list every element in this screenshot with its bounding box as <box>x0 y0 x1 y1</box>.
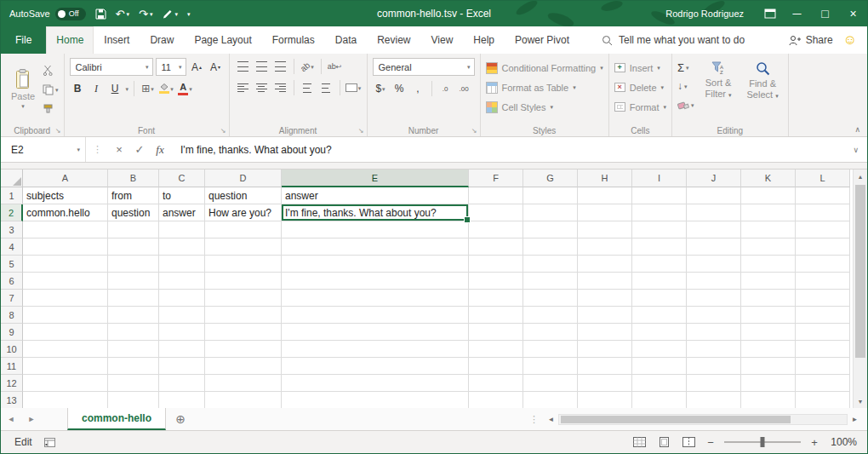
borders-button[interactable]: ⊞▾ <box>140 80 156 97</box>
cell-K7[interactable] <box>741 290 796 307</box>
cell-C6[interactable] <box>159 273 205 290</box>
number-dialog-launcher[interactable]: ↘ <box>471 127 477 135</box>
row-header-10[interactable]: 10 <box>1 341 23 358</box>
cell-F8[interactable] <box>469 307 523 324</box>
cell-G2[interactable] <box>523 204 578 221</box>
cell-J7[interactable] <box>687 290 741 307</box>
cell-K3[interactable] <box>741 221 796 238</box>
cell-B9[interactable] <box>108 324 159 341</box>
vertical-scroll-track[interactable] <box>854 183 867 394</box>
maximize-button[interactable]: □ <box>811 1 839 26</box>
cell-L6[interactable] <box>796 273 850 290</box>
row-header-6[interactable]: 6 <box>1 273 23 290</box>
increase-decimal-button[interactable]: .0 <box>437 80 454 97</box>
cell-F5[interactable] <box>469 256 523 273</box>
column-header-J[interactable]: J <box>687 170 741 187</box>
cell-H3[interactable] <box>578 221 632 238</box>
cell-I12[interactable] <box>632 375 687 392</box>
cell-F11[interactable] <box>469 358 523 375</box>
tab-help[interactable]: Help <box>463 26 505 54</box>
format-as-table-button[interactable]: Format as Table ▾ <box>486 78 603 97</box>
find-select-button[interactable]: Find & Select ▾ <box>743 58 783 112</box>
cell-I8[interactable] <box>632 307 687 324</box>
cell-D8[interactable] <box>205 307 282 324</box>
cell-D7[interactable] <box>205 290 282 307</box>
cell-H11[interactable] <box>578 358 632 375</box>
cell-I5[interactable] <box>632 256 687 273</box>
feedback-smiley-icon[interactable]: ☺ <box>842 26 867 54</box>
zoom-slider-thumb[interactable] <box>761 437 765 447</box>
undo-caret[interactable]: ▾ <box>126 11 129 17</box>
cell-G6[interactable] <box>523 273 578 290</box>
format-painter-button[interactable] <box>43 101 59 117</box>
cell-D3[interactable] <box>205 221 282 238</box>
cell-L3[interactable] <box>796 221 850 238</box>
align-left-button[interactable] <box>235 79 251 96</box>
cell-B11[interactable] <box>108 358 159 375</box>
tab-formulas[interactable]: Formulas <box>262 26 325 54</box>
cell-K6[interactable] <box>741 273 796 290</box>
top-align-button[interactable] <box>235 58 251 75</box>
increase-font-size-button[interactable]: A▴ <box>189 59 205 76</box>
cell-E8[interactable] <box>282 307 469 324</box>
cell-F9[interactable] <box>469 324 523 341</box>
cancel-button[interactable]: × <box>109 143 129 156</box>
zoom-level[interactable]: 100% <box>828 436 857 448</box>
number-format-select[interactable]: General▾ <box>373 58 475 76</box>
row-header-3[interactable]: 3 <box>1 221 23 238</box>
enter-button[interactable]: ✓ <box>129 143 150 156</box>
cell-K4[interactable] <box>741 238 796 256</box>
delete-cells-button[interactable]: Delete ▾ <box>614 78 666 97</box>
cell-J6[interactable] <box>687 273 741 290</box>
cell-G3[interactable] <box>523 221 578 238</box>
cell-H9[interactable] <box>578 324 632 341</box>
cell-F10[interactable] <box>469 341 523 358</box>
cell-H10[interactable] <box>578 341 632 358</box>
cell-B10[interactable] <box>108 341 159 358</box>
cell-I2[interactable] <box>632 204 687 221</box>
cell-L9[interactable] <box>796 324 850 341</box>
cell-G13[interactable] <box>523 392 578 408</box>
sort-filter-button[interactable]: AZ Sort & Filter ▾ <box>699 58 739 112</box>
cell-G7[interactable] <box>523 290 578 307</box>
tab-page-layout[interactable]: Page Layout <box>184 26 261 54</box>
tab-data[interactable]: Data <box>325 26 367 54</box>
cell-I11[interactable] <box>632 358 687 375</box>
underline-caret[interactable]: ▾ <box>126 86 129 92</box>
font-color-button[interactable]: A▾ <box>177 80 193 97</box>
tell-me-box[interactable]: Tell me what you want to do <box>602 26 745 54</box>
cell-E6[interactable] <box>282 273 469 290</box>
cell-I9[interactable] <box>632 324 687 341</box>
percent-style-button[interactable]: % <box>391 80 408 97</box>
font-size-select[interactable]: 11▾ <box>156 58 186 76</box>
column-header-A[interactable]: A <box>23 170 108 187</box>
cell-E1[interactable]: answer <box>282 187 469 204</box>
cell-E3[interactable] <box>282 221 469 238</box>
row-header-5[interactable]: 5 <box>1 256 23 273</box>
cell-L5[interactable] <box>796 256 850 273</box>
cell-F2[interactable] <box>469 204 523 221</box>
cell-C12[interactable] <box>159 375 205 392</box>
redo-caret[interactable]: ▾ <box>150 11 153 17</box>
horizontal-scrollbar[interactable]: ◄ ► <box>544 408 867 430</box>
row-header-13[interactable]: 13 <box>1 392 23 408</box>
cell-H1[interactable] <box>578 187 632 204</box>
cell-H7[interactable] <box>578 290 632 307</box>
insert-function-button[interactable]: fx <box>150 143 170 157</box>
center-button[interactable] <box>254 79 270 96</box>
user-name[interactable]: Rodrigo Rodriguez <box>665 9 744 19</box>
column-header-I[interactable]: I <box>632 170 687 187</box>
cell-K2[interactable] <box>741 204 796 221</box>
pen-mode-button[interactable]: ▾ <box>162 9 178 20</box>
scroll-left-button[interactable]: ◄ <box>544 416 558 423</box>
page-layout-view-button[interactable] <box>655 434 672 451</box>
cell-K10[interactable] <box>741 341 796 358</box>
decrease-indent-button[interactable] <box>300 79 316 96</box>
cell-I7[interactable] <box>632 290 687 307</box>
zoom-slider[interactable] <box>724 436 801 448</box>
cell-A1[interactable]: subjects <box>23 187 108 204</box>
cell-A12[interactable] <box>23 375 108 392</box>
cell-E10[interactable] <box>282 341 469 358</box>
insert-cells-button[interactable]: Insert ▾ <box>614 58 666 78</box>
cell-E7[interactable] <box>282 290 469 307</box>
